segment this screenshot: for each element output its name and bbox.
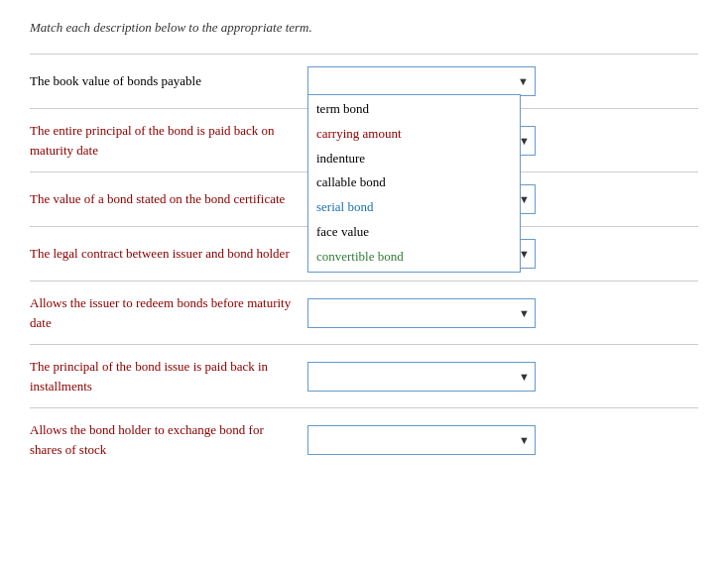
description-6: The principal of the bond issue is paid … — [30, 357, 307, 395]
option-serial-bond[interactable]: serial bond — [308, 195, 520, 220]
option-indenture[interactable]: indenture — [308, 147, 520, 171]
option-convertible-bond[interactable]: convertible bond — [308, 245, 520, 270]
dropdown-wrapper-7: term bond carrying amount indenture call… — [307, 425, 536, 455]
dropdown-select-5[interactable]: term bond carrying amount indenture call… — [307, 298, 536, 328]
option-carrying-amount[interactable]: carrying amount — [308, 122, 520, 147]
dropdown-arrow-1: ▼ — [518, 75, 529, 87]
instructions-text: Match each description below to the appr… — [30, 20, 698, 36]
description-7: Allows the bond holder to exchange bond … — [30, 420, 307, 459]
dropdown-select-7[interactable]: term bond carrying amount indenture call… — [307, 425, 536, 455]
dropdown-select-6[interactable]: term bond carrying amount indenture call… — [307, 362, 536, 392]
option-face-value[interactable]: face value — [308, 220, 520, 245]
match-row-6: The principal of the bond issue is paid … — [30, 344, 698, 407]
description-2: The entire principal of the bond is paid… — [30, 121, 307, 160]
match-row-1: The book value of bonds payable ▼ term b… — [30, 54, 698, 108]
dropdown-wrapper-5: term bond carrying amount indenture call… — [307, 298, 536, 328]
dropdown-list-1: term bond carrying amount indenture call… — [307, 94, 521, 273]
description-1: The book value of bonds payable — [30, 71, 307, 91]
option-term-bond[interactable]: term bond — [308, 97, 520, 122]
dropdown-trigger-1[interactable]: ▼ — [307, 66, 536, 96]
dropdown-wrapper-1: ▼ term bond carrying amount indenture ca… — [307, 66, 536, 96]
description-4: The legal contract between issuer and bo… — [30, 244, 307, 264]
match-row-5: Allows the issuer to redeem bonds before… — [30, 281, 698, 344]
match-row-7: Allows the bond holder to exchange bond … — [30, 407, 698, 471]
description-3: The value of a bond stated on the bond c… — [30, 189, 307, 209]
dropdown-wrapper-6: term bond carrying amount indenture call… — [307, 362, 536, 392]
description-5: Allows the issuer to redeem bonds before… — [30, 293, 307, 332]
option-callable-bond[interactable]: callable bond — [308, 170, 520, 195]
